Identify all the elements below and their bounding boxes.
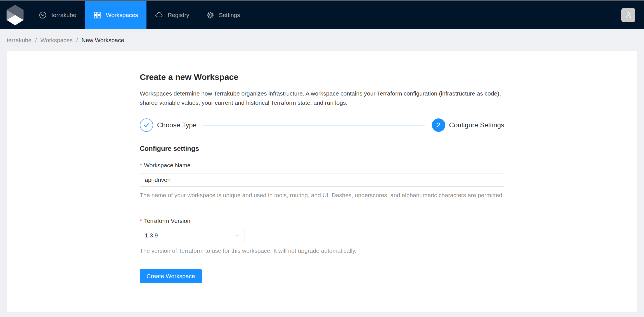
down-circle-icon bbox=[39, 11, 47, 19]
nav-item-registry[interactable]: Registry bbox=[146, 1, 198, 29]
wizard-content: Create a new Workspace Workspaces determ… bbox=[140, 51, 504, 283]
step-label: Configure Settings bbox=[449, 121, 504, 129]
appstore-icon bbox=[93, 11, 101, 19]
nav-item-organization[interactable]: terrakube bbox=[30, 1, 85, 29]
nav-item-label: Settings bbox=[219, 12, 240, 18]
terrakube-cube-icon bbox=[4, 4, 26, 26]
form-item-workspace-name: *Workspace Name The name of your workspa… bbox=[140, 162, 504, 200]
required-mark: * bbox=[140, 162, 142, 168]
step-configure-settings: 2 Configure Settings bbox=[432, 118, 504, 132]
terraform-version-value: 1.3.9 bbox=[145, 232, 158, 239]
breadcrumb-separator: / bbox=[35, 37, 37, 44]
create-workspace-button[interactable]: Create Workspace bbox=[140, 269, 202, 283]
navbar-spacer bbox=[248, 1, 621, 29]
step-number-badge: 2 bbox=[432, 118, 445, 132]
main-menu: terrakube Workspaces Registry bbox=[30, 1, 248, 29]
step-finished-icon bbox=[140, 118, 153, 132]
breadcrumb-item-current: New Workspace bbox=[82, 37, 124, 44]
page-title: Create a new Workspace bbox=[140, 71, 504, 83]
form-item-terraform-version: *Terraform Version 1.3.9 The version of … bbox=[140, 217, 504, 255]
breadcrumb-separator: / bbox=[76, 37, 78, 44]
required-mark: * bbox=[140, 218, 142, 224]
workspace-name-input[interactable] bbox=[140, 173, 504, 187]
nav-item-label: terrakube bbox=[51, 12, 76, 18]
nav-item-settings[interactable]: Settings bbox=[198, 1, 248, 29]
step-connector-line bbox=[203, 125, 425, 125]
nav-item-label: Registry bbox=[168, 12, 189, 18]
page-description: Workspaces determine how Terrakube organ… bbox=[140, 89, 504, 107]
user-avatar-button[interactable] bbox=[621, 8, 635, 22]
breadcrumb-item-terrakube[interactable]: terrakube bbox=[7, 37, 32, 44]
cloud-icon bbox=[155, 11, 163, 19]
terrakube-logo[interactable] bbox=[0, 1, 30, 29]
terraform-version-label: *Terraform Version bbox=[140, 217, 504, 225]
gear-icon bbox=[206, 11, 214, 19]
workspace-name-label: *Workspace Name bbox=[140, 162, 504, 169]
main-content-card: Create a new Workspace Workspaces determ… bbox=[7, 51, 637, 312]
workspace-name-help: The name of your workspace is unique and… bbox=[140, 190, 504, 200]
breadcrumb: terrakube / Workspaces / New Workspace bbox=[7, 29, 637, 51]
chevron-down-icon bbox=[235, 233, 240, 238]
terraform-version-select[interactable]: 1.3.9 bbox=[140, 229, 245, 242]
wizard-steps: Choose Type 2 Configure Settings bbox=[140, 118, 504, 132]
user-icon bbox=[624, 11, 632, 19]
nav-item-workspaces[interactable]: Workspaces bbox=[85, 1, 146, 29]
terraform-version-help: The version of Terraform to use for this… bbox=[140, 246, 504, 255]
step-label: Choose Type bbox=[157, 121, 196, 129]
step-choose-type[interactable]: Choose Type bbox=[140, 118, 196, 132]
nav-item-label: Workspaces bbox=[106, 12, 138, 18]
top-navbar: terrakube Workspaces Registry bbox=[0, 1, 644, 29]
breadcrumb-item-workspaces[interactable]: Workspaces bbox=[41, 37, 73, 44]
check-icon bbox=[143, 121, 150, 129]
form-section-heading: Configure settings bbox=[140, 144, 504, 153]
